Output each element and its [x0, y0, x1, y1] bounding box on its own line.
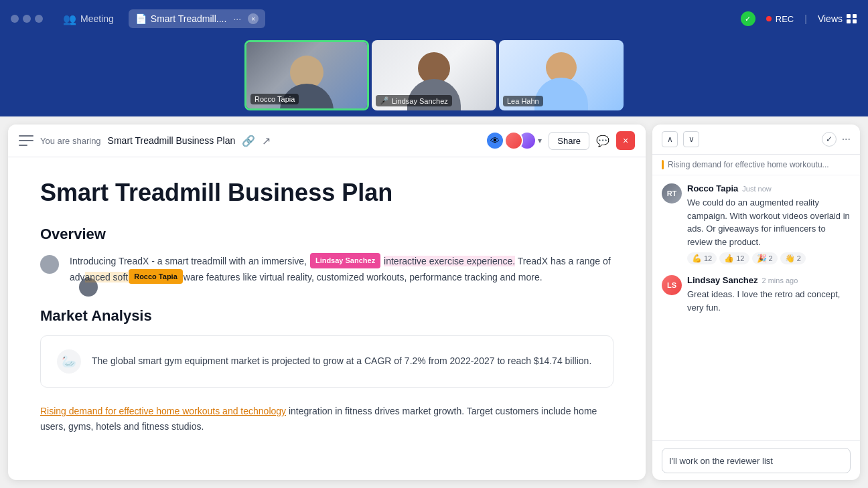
chat-more-options-button[interactable]: ···: [842, 133, 851, 145]
close-panel-button[interactable]: ×: [616, 131, 635, 150]
reaction-party[interactable]: 🎉2: [752, 252, 778, 264]
msg-reactions-rocco: 💪12 👍12 🎉2 👋2: [687, 252, 851, 264]
doc-toolbar: You are sharing Smart Treadmill Business…: [8, 125, 646, 157]
msg-body-lindsay: Lindsay Sanchez 2 mins ago Great ideas. …: [687, 275, 851, 314]
mic-muted-icon: 🎤: [380, 96, 389, 105]
reaction-muscle[interactable]: 💪12: [687, 252, 717, 264]
doc-content: Smart Treadmill Business Plan Overview I…: [8, 157, 646, 480]
video-thumb-rocco[interactable]: Rocco Tapia: [244, 40, 369, 110]
doc-tab-icon: 📄: [135, 13, 147, 24]
msg-text-lindsay: Great ideas. I love the retro ad concept…: [687, 288, 851, 314]
collaborator-avatars: 👁: [486, 131, 531, 150]
cursor-rocco: Rocco Tapia: [129, 269, 183, 284]
msg-time-lindsay: 2 mins ago: [762, 276, 798, 284]
msg-avatar-rocco: RT: [662, 183, 682, 204]
market-icon: 🦢: [57, 349, 81, 374]
views-grid-icon: [847, 14, 857, 23]
chat-icon-button[interactable]: 💬: [596, 135, 609, 147]
doc-title-text: Smart Treadmill Business Plan: [108, 135, 236, 146]
highlight-border: [662, 160, 664, 169]
close-control[interactable]: [11, 15, 19, 23]
tab-more-icon[interactable]: ···: [233, 13, 241, 24]
chat-highlight-bar: Rising demand for effective home workout…: [652, 155, 860, 175]
meeting-icon: 👥: [63, 13, 76, 25]
overview-paragraph: Introducing TreadX - a smart treadmill w…: [70, 254, 613, 286]
video-label-rocco: Rocco Tapia: [250, 94, 299, 104]
maximize-control[interactable]: [35, 15, 43, 23]
chat-input-field[interactable]: [662, 448, 851, 473]
msg-header-rocco: Rocco Tapia Just now: [687, 183, 851, 193]
reaction-wave[interactable]: 👋2: [780, 252, 806, 264]
external-link-icon[interactable]: ↗: [262, 135, 271, 147]
market-stat-box: 🦢 The global smart gym equipment market …: [40, 335, 613, 388]
eye-icon: 👁: [490, 135, 500, 146]
doc-main-title: Smart Treadmill Business Plan: [40, 179, 613, 207]
chat-message-lindsay: LS Lindsay Sanchez 2 mins ago Great idea…: [662, 275, 851, 314]
chat-check-button[interactable]: ✓: [822, 132, 837, 147]
avatar-eye-indicator: 👁: [486, 131, 504, 150]
rec-badge: REC: [766, 14, 794, 24]
msg-name-lindsay: Lindsay Sanchez: [687, 275, 757, 285]
msg-name-rocco: Rocco Tapia: [687, 183, 738, 193]
msg-header-lindsay: Lindsay Sanchez 2 mins ago: [687, 275, 851, 285]
chat-nav-up-button[interactable]: ∧: [662, 131, 678, 147]
titlebar-right: ✓ REC | Views: [741, 11, 857, 26]
tab-close-button[interactable]: ×: [248, 13, 259, 24]
views-button[interactable]: Views: [818, 13, 857, 24]
video-thumb-lea[interactable]: Lea Hahn: [499, 40, 624, 110]
chat-input-area: [652, 440, 860, 480]
toolbar-right: 👁 ▾ Share 💬 ×: [486, 131, 635, 150]
reaction-thumbsup[interactable]: 👍12: [719, 252, 749, 264]
market-stat-text: The global smart gym equipment market is…: [92, 353, 591, 368]
divider: |: [804, 13, 807, 24]
section-overview-title: Overview: [40, 226, 613, 243]
document-panel: You are sharing Smart Treadmill Business…: [8, 125, 646, 480]
sharing-label: You are sharing: [40, 136, 101, 146]
msg-body-rocco: Rocco Tapia Just now We could do an augm…: [687, 183, 851, 264]
rec-label: REC: [776, 14, 794, 24]
chat-toolbar: ∧ ∨ ✓ ···: [652, 125, 860, 155]
video-thumb-lindsay[interactable]: 🎤 Lindsay Sanchez: [372, 40, 496, 110]
chat-messages: RT Rocco Tapia Just now We could do an a…: [652, 175, 860, 440]
tab-doc[interactable]: 📄 Smart Treadmill.... ··· ×: [129, 9, 265, 28]
msg-avatar-lindsay: LS: [662, 275, 682, 295]
window-controls: [11, 15, 43, 23]
link-icon[interactable]: 🔗: [242, 135, 255, 147]
video-label-lea: Lea Hahn: [503, 96, 543, 106]
chat-nav-down-button[interactable]: ∨: [683, 131, 699, 147]
msg-time-rocco: Just now: [742, 185, 771, 193]
meeting-tab-label: Meeting: [80, 13, 114, 24]
section-market-title: Market Analysis: [40, 307, 613, 325]
minimize-control[interactable]: [23, 15, 31, 23]
share-button[interactable]: Share: [549, 132, 589, 150]
titlebar: 👥 Meeting 📄 Smart Treadmill.... ··· × ✓ …: [0, 0, 868, 37]
video-label-lindsay: 🎤 Lindsay Sanchez: [376, 95, 452, 106]
highlight-quote-text: Rising demand for effective home workout…: [668, 160, 829, 169]
chat-message-rocco: RT Rocco Tapia Just now We could do an a…: [662, 183, 851, 264]
highlight-demand: Rising demand for effective home workout…: [40, 406, 286, 416]
video-strip: Rocco Tapia 🎤 Lindsay Sanchez Lea Hahn: [0, 37, 868, 116]
security-shield-icon: ✓: [741, 11, 755, 26]
overview-para-row: Introducing TreadX - a smart treadmill w…: [40, 254, 613, 302]
views-label: Views: [818, 13, 843, 24]
doc-tab-label: Smart Treadmill....: [151, 13, 227, 24]
rec-dot: [766, 16, 772, 21]
market-demand-para: Rising demand for effective home workout…: [40, 404, 613, 436]
msg-text-rocco: We could do an augmented reality campaig…: [687, 196, 851, 248]
close-x-icon: ×: [623, 135, 628, 146]
sidebar-toggle-button[interactable]: [19, 135, 33, 146]
chat-panel: ∧ ∨ ✓ ··· Rising demand for effective ho…: [652, 125, 860, 480]
main-area: You are sharing Smart Treadmill Business…: [0, 116, 868, 488]
tab-meeting[interactable]: 👥 Meeting: [56, 9, 121, 29]
cursor-lindsay: Lindsay Sanchez: [310, 253, 380, 268]
chevron-down-icon[interactable]: ▾: [538, 136, 542, 145]
avatar-user1: [40, 255, 59, 274]
